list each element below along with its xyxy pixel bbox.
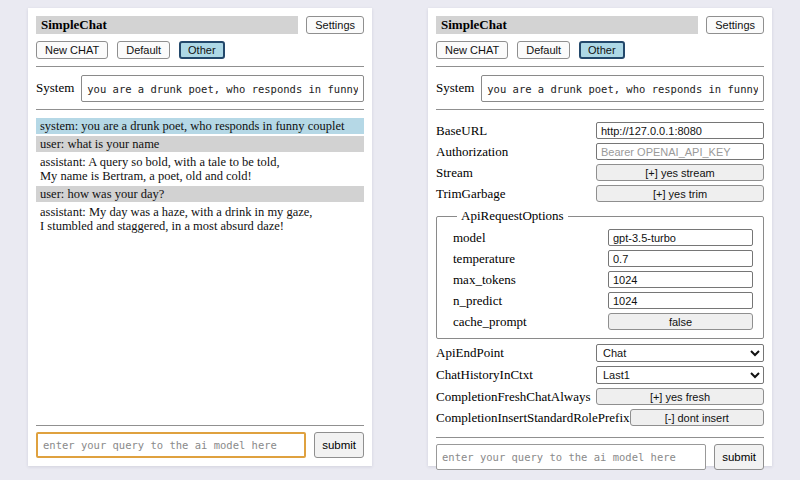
- settings-button[interactable]: Settings: [706, 16, 764, 34]
- submit-button[interactable]: submit: [314, 432, 364, 458]
- cache-prompt-toggle-button[interactable]: false: [608, 313, 753, 330]
- settings-form: BaseURL Authorization Stream [+] yes str…: [436, 118, 764, 430]
- divider: [436, 66, 764, 67]
- settings-row-stream: Stream [+] yes stream: [436, 164, 764, 181]
- api-request-options-fieldset: ApiRequestOptions model temperature max_…: [436, 208, 764, 339]
- baseurl-input[interactable]: [596, 122, 764, 139]
- temperature-input[interactable]: [608, 250, 753, 267]
- system-label: System: [436, 75, 474, 96]
- divider: [436, 109, 764, 110]
- default-session-button[interactable]: Default: [517, 41, 570, 59]
- chat-mode-row: New CHAT Default Other: [436, 41, 764, 59]
- settings-row-completion-fresh: CompletionFreshChatAlways [+] yes fresh: [436, 388, 764, 405]
- n-predict-label: n_predict: [453, 293, 502, 309]
- settings-row-completion-insert: CompletionInsertStandardRolePrefix [-] d…: [436, 409, 764, 426]
- authorization-label: Authorization: [436, 144, 508, 160]
- settings-row-model: model: [453, 229, 753, 246]
- chat-history-select[interactable]: Last1: [596, 366, 764, 384]
- chat-message-user: user: how was your day?: [36, 186, 364, 202]
- settings-panel: SimpleChat Settings New CHAT Default Oth…: [428, 8, 772, 466]
- query-input[interactable]: [36, 432, 306, 458]
- chat-mode-row: New CHAT Default Other: [36, 41, 364, 59]
- other-session-button[interactable]: Other: [579, 41, 625, 59]
- settings-row-chat-history: ChatHistoryInCtxt Last1: [436, 366, 764, 384]
- query-input[interactable]: [436, 444, 706, 470]
- divider: [36, 425, 364, 426]
- new-chat-button[interactable]: New CHAT: [36, 41, 108, 59]
- completion-insert-label: CompletionInsertStandardRolePrefix: [436, 410, 630, 426]
- app-title: SimpleChat: [36, 16, 298, 34]
- chat-message-system: system: you are a drunk poet, who respon…: [36, 118, 364, 134]
- trimgarbage-label: TrimGarbage: [436, 186, 506, 202]
- app-title: SimpleChat: [436, 16, 698, 34]
- chat-message-assistant: assistant: My day was a haze, with a dri…: [36, 204, 364, 234]
- new-chat-button[interactable]: New CHAT: [436, 41, 508, 59]
- completion-fresh-label: CompletionFreshChatAlways: [436, 389, 591, 405]
- submit-button[interactable]: submit: [714, 444, 764, 470]
- system-prompt-row: System: [436, 75, 764, 102]
- api-endpoint-select[interactable]: Chat: [596, 344, 764, 362]
- api-endpoint-label: ApiEndPoint: [436, 345, 504, 361]
- model-input[interactable]: [608, 229, 753, 246]
- settings-row-authorization: Authorization: [436, 143, 764, 160]
- stream-label: Stream: [436, 165, 473, 181]
- chat-history-label: ChatHistoryInCtxt: [436, 367, 533, 383]
- completion-insert-toggle-button[interactable]: [-] dont insert: [630, 409, 764, 426]
- cache-prompt-label: cache_prompt: [453, 314, 527, 330]
- settings-row-n-predict: n_predict: [453, 292, 753, 309]
- settings-row-baseurl: BaseURL: [436, 122, 764, 139]
- query-section: submit: [436, 430, 764, 470]
- query-section: submit: [36, 418, 364, 458]
- query-row: submit: [436, 444, 764, 470]
- title-bar: SimpleChat Settings: [436, 16, 764, 34]
- stream-toggle-button[interactable]: [+] yes stream: [596, 164, 764, 181]
- api-request-options-legend: ApiRequestOptions: [457, 208, 568, 224]
- chat-panel: SimpleChat Settings New CHAT Default Oth…: [28, 8, 372, 466]
- title-bar: SimpleChat Settings: [36, 16, 364, 34]
- completion-fresh-toggle-button[interactable]: [+] yes fresh: [596, 388, 764, 405]
- system-prompt-input[interactable]: [81, 75, 364, 102]
- baseurl-label: BaseURL: [436, 123, 487, 139]
- page: SimpleChat Settings New CHAT Default Oth…: [0, 0, 800, 480]
- n-predict-input[interactable]: [608, 292, 753, 309]
- settings-row-temperature: temperature: [453, 250, 753, 267]
- divider: [436, 437, 764, 438]
- settings-button[interactable]: Settings: [306, 16, 364, 34]
- system-label: System: [36, 75, 74, 96]
- chat-message-user: user: what is your name: [36, 136, 364, 152]
- divider: [36, 109, 364, 110]
- system-prompt-input[interactable]: [481, 75, 764, 102]
- system-prompt-row: System: [36, 75, 364, 102]
- chat-log: system: you are a drunk poet, who respon…: [36, 118, 364, 418]
- authorization-input[interactable]: [596, 143, 764, 160]
- settings-row-cache-prompt: cache_prompt false: [453, 313, 753, 330]
- temperature-label: temperature: [453, 251, 515, 267]
- settings-row-api-endpoint: ApiEndPoint Chat: [436, 344, 764, 362]
- max-tokens-label: max_tokens: [453, 272, 516, 288]
- default-session-button[interactable]: Default: [117, 41, 170, 59]
- settings-row-max-tokens: max_tokens: [453, 271, 753, 288]
- divider: [36, 66, 364, 67]
- trimgarbage-toggle-button[interactable]: [+] yes trim: [596, 185, 764, 202]
- model-label: model: [453, 230, 486, 246]
- query-row: submit: [36, 432, 364, 458]
- settings-row-trimgarbage: TrimGarbage [+] yes trim: [436, 185, 764, 202]
- chat-message-assistant: assistant: A query so bold, with a tale …: [36, 154, 364, 184]
- max-tokens-input[interactable]: [608, 271, 753, 288]
- other-session-button[interactable]: Other: [179, 41, 225, 59]
